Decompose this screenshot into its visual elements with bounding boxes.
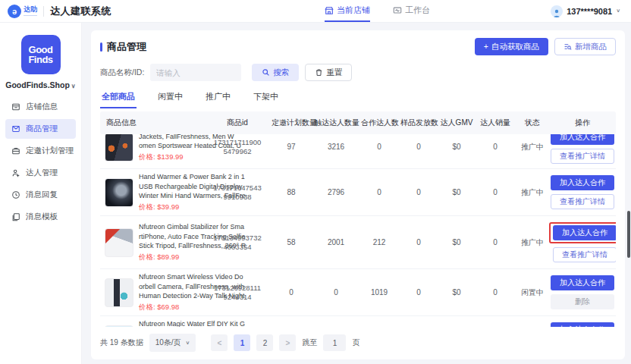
page-title: 商品管理	[107, 40, 146, 54]
status-text: 推广中	[516, 234, 549, 251]
button-label: 搜索	[273, 68, 289, 77]
col-reach-count: 触达达人数量	[312, 111, 359, 134]
product-title-line: Jackets, FallFreshness, Men W	[139, 134, 203, 141]
sidebar-item-label: 定邀计划管理	[26, 146, 74, 156]
next-page-button[interactable]: >	[279, 334, 296, 351]
sales-value: 0	[475, 185, 516, 199]
sample-count: 0	[399, 140, 438, 154]
gmv-value: $0	[438, 140, 475, 154]
chevron-down-icon: ∨	[71, 83, 76, 89]
col-sales: 达人销量	[475, 111, 516, 134]
tab-promoting[interactable]: 推广中	[204, 89, 232, 108]
nav-workbench[interactable]: 工作台	[393, 0, 430, 22]
top-nav: 当前店铺 工作台	[325, 0, 430, 22]
divider	[43, 6, 44, 17]
app-window: ə 达助 达人建联系统 当前店铺 工作	[0, 0, 631, 364]
gmv-value: $0	[438, 235, 475, 249]
sidebar-item-label: 商品管理	[26, 124, 58, 134]
col-actions: 操作	[549, 111, 616, 134]
join-cooperation-button[interactable]: 加入达人合作	[553, 225, 616, 240]
col-sample-count: 样品发放数	[399, 111, 438, 134]
shop-icon	[325, 6, 334, 15]
plan-count: 88	[270, 185, 312, 199]
sidebar-item-shop-info[interactable]: 店铺信息	[5, 97, 76, 117]
sidebar-item-influencer-management[interactable]: 达人管理	[5, 163, 76, 183]
plan-count: 97	[270, 140, 312, 154]
tab-all-products[interactable]: 全部商品	[100, 89, 137, 108]
product-title-line: Human Detection 2-Way Talk Night	[139, 291, 203, 301]
table-body: Jackets, FallFreshness, Men W omen Sport…	[100, 134, 616, 327]
sidebar-item-label: 消息回复	[26, 190, 58, 200]
brand-logo-icon: ə	[8, 5, 21, 18]
tab-idle[interactable]: 闲置中	[156, 89, 184, 108]
sales-value: 0	[475, 140, 516, 154]
sidebar-menu: 店铺信息 商品管理 定邀计划管理	[0, 97, 81, 227]
status-text: 推广中	[516, 139, 549, 155]
chat-clock-icon	[11, 190, 20, 199]
product-title-line: orbell Camera, FallFreshness, with	[139, 282, 203, 292]
sidebar-item-label: 店铺信息	[26, 102, 58, 112]
gmv-value: $0	[438, 185, 475, 199]
product-id: 1731269281119244314	[205, 281, 270, 305]
plus-icon: +	[484, 42, 488, 51]
reset-button[interactable]: 重置	[305, 64, 352, 81]
product-price: 价格: $139.99	[139, 152, 203, 162]
sidebar-item-label: 消息模板	[26, 212, 58, 222]
search-button[interactable]: 搜索	[252, 64, 299, 81]
sample-count: 0	[399, 285, 438, 300]
status-tabs: 全部商品 闲置中 推广中 下架中	[100, 89, 616, 108]
button-label: 重置	[326, 68, 342, 77]
shop-selector[interactable]: GoodFinds.Shop∨	[0, 80, 81, 89]
reach-count: 3216	[312, 140, 359, 154]
coop-count: 1019	[359, 285, 399, 300]
status-text: 推广中	[516, 184, 549, 201]
delete-button[interactable]: 删除	[551, 294, 614, 309]
join-cooperation-button[interactable]: 加入达人合作	[551, 175, 614, 190]
sales-value: 0	[475, 235, 516, 249]
shop-logo: Good Finds	[21, 35, 61, 74]
highlight-annotation-box: 加入达人合作	[549, 222, 616, 243]
view-promotion-button[interactable]: 查看推广详情	[551, 149, 614, 164]
page-button-1[interactable]: 1	[234, 334, 250, 351]
plan-count: 0	[270, 285, 312, 300]
tab-delisted[interactable]: 下架中	[252, 89, 280, 108]
product-search-input[interactable]	[150, 64, 241, 81]
product-title-line: Hand Warmer & Power Bank 2 in 1	[139, 172, 203, 182]
user-menu[interactable]: 137****9081 ∨	[551, 5, 620, 17]
auto-fetch-products-button[interactable]: + 自动获取商品	[475, 38, 548, 55]
jump-page-input[interactable]	[323, 334, 346, 351]
col-gmv: 达人GMV	[438, 111, 475, 134]
table-row: Hand Warmer & Power Bank 2 in 1 USB Rech…	[100, 169, 616, 216]
nav-current-shop[interactable]: 当前店铺	[325, 0, 370, 22]
prev-page-button[interactable]: <	[211, 334, 228, 351]
view-promotion-button[interactable]: 查看推广详情	[551, 194, 614, 209]
user-phone: 137****9081	[567, 7, 612, 16]
join-cooperation-button[interactable]: 加入达人合作	[551, 275, 614, 290]
brand-tagline	[24, 14, 37, 16]
page-unit-label: 页	[352, 337, 359, 348]
product-image	[105, 178, 133, 207]
sidebar-item-product-management[interactable]: 商品管理	[5, 119, 76, 139]
product-image	[105, 228, 133, 257]
product-image	[105, 134, 133, 162]
scrollbar-thumb[interactable]	[627, 211, 630, 258]
view-promotion-button[interactable]: 查看推广详情	[553, 247, 616, 262]
page-size-value: 10条/页	[155, 337, 181, 348]
sidebar-item-invite-plan[interactable]: 定邀计划管理	[5, 141, 76, 161]
join-cooperation-button[interactable]: 加入达人合作	[551, 134, 614, 145]
sidebar: Good Finds GoodFinds.Shop∨ 店铺信息	[0, 23, 82, 364]
sidebar-item-message-template[interactable]: 消息模板	[5, 207, 76, 227]
sample-count: 0	[399, 235, 438, 249]
chevron-down-icon: ∨	[616, 8, 620, 14]
page-size-select[interactable]: 10条/页 ∨	[149, 334, 196, 352]
add-product-button[interactable]: 新增商品	[554, 38, 616, 55]
main-content: 商品管理 + 自动获取商品 新增商品	[82, 23, 631, 364]
reach-count: 2796	[312, 185, 359, 199]
sidebar-item-message-reply[interactable]: 消息回复	[5, 185, 76, 205]
page-button-2[interactable]: 2	[256, 334, 273, 351]
col-product-id: 商品id	[205, 111, 270, 134]
storefront-icon	[11, 102, 20, 111]
product-title-line: Nfutreon Magic Water Elf DIY Kit G	[139, 319, 203, 327]
user-avatar	[551, 5, 563, 17]
shop-logo-line2: Finds	[28, 55, 52, 64]
